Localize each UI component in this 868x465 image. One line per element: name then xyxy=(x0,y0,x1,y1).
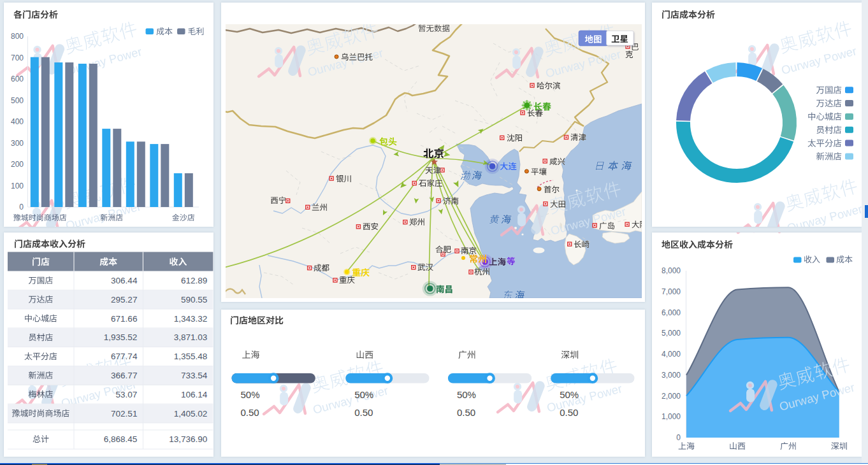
svg-text:200: 200 xyxy=(11,160,24,169)
svg-text:50%: 50% xyxy=(354,389,373,400)
svg-text:366.77: 366.77 xyxy=(111,371,137,380)
svg-text:0: 0 xyxy=(676,433,681,442)
svg-text:1,405.02: 1,405.02 xyxy=(174,409,208,418)
svg-text:Ourway Power: Ourway Power xyxy=(786,232,862,235)
svg-text:677.74: 677.74 xyxy=(111,352,138,361)
svg-text:100: 100 xyxy=(11,182,24,190)
svg-text:2,000: 2,000 xyxy=(662,392,681,401)
svg-text:6,868.45: 6,868.45 xyxy=(104,434,138,444)
svg-text:671.66: 671.66 xyxy=(111,314,137,324)
svg-text:0.50: 0.50 xyxy=(560,407,578,418)
svg-text:13,736.90: 13,736.90 xyxy=(169,434,207,444)
svg-text:702.51: 702.51 xyxy=(111,409,137,418)
svg-text:295.27: 295.27 xyxy=(111,295,137,304)
svg-text:1,935.52: 1,935.52 xyxy=(104,333,138,342)
svg-text:50%: 50% xyxy=(457,389,476,400)
svg-text:590.55: 590.55 xyxy=(181,295,207,304)
svg-text:106.14: 106.14 xyxy=(181,390,208,399)
svg-text:Ourway Power: Ourway Power xyxy=(65,45,143,78)
svg-text:500: 500 xyxy=(11,96,24,105)
svg-text:612.89: 612.89 xyxy=(181,276,207,285)
svg-text:53.07: 53.07 xyxy=(116,390,138,399)
svg-text:600: 600 xyxy=(11,75,24,83)
svg-text:50%: 50% xyxy=(560,389,579,400)
svg-text:306.44: 306.44 xyxy=(111,276,138,285)
svg-text:800: 800 xyxy=(11,32,24,41)
svg-text:5,000: 5,000 xyxy=(662,329,681,338)
svg-text:0.50: 0.50 xyxy=(354,407,373,418)
svg-text:7,000: 7,000 xyxy=(662,287,681,296)
svg-text:1,000: 1,000 xyxy=(662,412,681,421)
svg-text:1,355.48: 1,355.48 xyxy=(174,352,208,361)
svg-text:3,000: 3,000 xyxy=(662,371,681,380)
svg-text:6,000: 6,000 xyxy=(662,308,681,317)
svg-text:3,871.03: 3,871.03 xyxy=(174,333,208,342)
svg-text:Ourway Power: Ourway Power xyxy=(546,382,624,415)
svg-text:300: 300 xyxy=(11,139,24,148)
svg-text:0.50: 0.50 xyxy=(241,407,259,418)
svg-text:0: 0 xyxy=(19,203,24,211)
svg-text:733.54: 733.54 xyxy=(181,371,208,380)
svg-text:8,000: 8,000 xyxy=(662,266,681,275)
svg-text:50%: 50% xyxy=(241,389,260,400)
svg-text:Ourway Power: Ourway Power xyxy=(780,44,858,77)
svg-text:1,343.32: 1,343.32 xyxy=(174,314,208,324)
svg-text:700: 700 xyxy=(11,54,24,62)
svg-text:400: 400 xyxy=(11,117,24,126)
svg-text:Ourway Power: Ourway Power xyxy=(786,202,862,227)
svg-text:0.50: 0.50 xyxy=(457,407,475,418)
svg-text:Ourway Power: Ourway Power xyxy=(312,383,390,417)
svg-text:4,000: 4,000 xyxy=(662,350,681,359)
